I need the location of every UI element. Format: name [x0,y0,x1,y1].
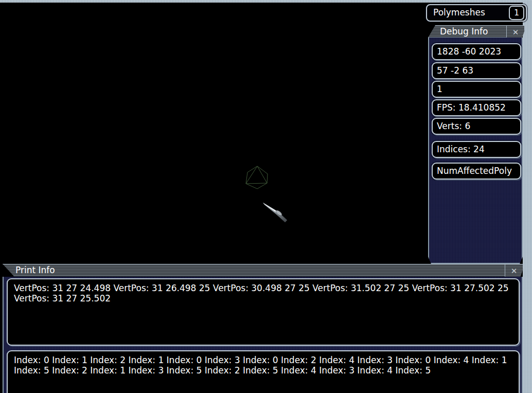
print-info-title: Print Info [15,265,55,275]
debug-info-title: Debug Info [440,26,488,37]
vertpos-textbox: VertPos: 31 27 24.498 VertPos: 31 26.498… [7,278,520,346]
polymeshes-label: Polymeshes [427,7,485,17]
print-info-titlebar[interactable]: Print Info [3,264,507,276]
debug-field-coords: 57 -2 63 [432,62,521,79]
close-icon: ✕ [512,28,519,37]
octahedron-wireframe [245,165,270,190]
mouse-cursor-icon [261,201,288,224]
polymeshes-count-box[interactable]: 1 [509,6,524,20]
index-textbox: Index: 0 Index: 1 Index: 2 Index: 1 Inde… [7,350,520,393]
debug-field-fps: FPS: 18.410852 [432,99,521,116]
debug-info-titlebar[interactable]: Debug Info [428,25,510,38]
debug-field-verts: Verts: 6 [432,118,521,135]
polymeshes-bar: Polymeshes 1 [426,4,527,22]
close-icon: ✕ [511,266,518,276]
application-window: Polymeshes 1 Debug Info ✕ 1828 -60 2023 … [0,0,532,393]
debug-field-indices: Indices: 24 [432,141,521,158]
debug-field-numaffectedpoly: NumAffectedPoly [432,163,521,180]
debug-field-position: 1828 -60 2023 [432,43,521,60]
debug-field-value: 1 [432,81,521,98]
